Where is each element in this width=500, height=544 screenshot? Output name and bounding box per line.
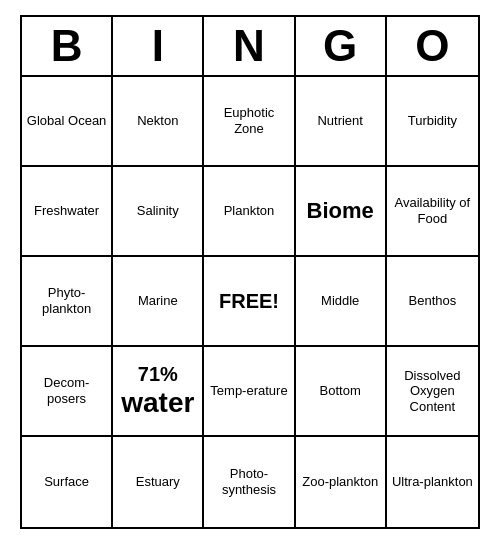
- bingo-cell-0: Global Ocean: [22, 77, 113, 167]
- bingo-cell-8: Biome: [296, 167, 387, 257]
- water-percent: 71%: [138, 362, 178, 386]
- bingo-cell-7: Plankton: [204, 167, 295, 257]
- water-word: water: [121, 386, 194, 420]
- bingo-cell-6: Salinity: [113, 167, 204, 257]
- bingo-cell-18: Bottom: [296, 347, 387, 437]
- header-letter-I: I: [113, 17, 204, 75]
- bingo-cell-11: Marine: [113, 257, 204, 347]
- bingo-cell-17: Temp-erature: [204, 347, 295, 437]
- bingo-cell-22: Photo-synthesis: [204, 437, 295, 527]
- bingo-cell-16: 71%water: [113, 347, 204, 437]
- bingo-cell-23: Zoo-plankton: [296, 437, 387, 527]
- bingo-cell-2: Euphotic Zone: [204, 77, 295, 167]
- bingo-cell-14: Benthos: [387, 257, 478, 347]
- bingo-cell-1: Nekton: [113, 77, 204, 167]
- header-letter-O: O: [387, 17, 478, 75]
- bingo-cell-4: Turbidity: [387, 77, 478, 167]
- bingo-header: BINGO: [22, 17, 478, 77]
- bingo-cell-9: Availability of Food: [387, 167, 478, 257]
- bingo-cell-10: Phyto-plankton: [22, 257, 113, 347]
- header-letter-N: N: [204, 17, 295, 75]
- bingo-cell-20: Surface: [22, 437, 113, 527]
- bingo-cell-15: Decom-posers: [22, 347, 113, 437]
- header-letter-G: G: [296, 17, 387, 75]
- bingo-cell-13: Middle: [296, 257, 387, 347]
- bingo-cell-12: FREE!: [204, 257, 295, 347]
- bingo-grid: Global OceanNektonEuphotic ZoneNutrientT…: [22, 77, 478, 527]
- bingo-cell-21: Estuary: [113, 437, 204, 527]
- bingo-cell-24: Ultra-plankton: [387, 437, 478, 527]
- bingo-cell-3: Nutrient: [296, 77, 387, 167]
- header-letter-B: B: [22, 17, 113, 75]
- bingo-cell-19: Dissolved Oxygen Content: [387, 347, 478, 437]
- bingo-card: BINGO Global OceanNektonEuphotic ZoneNut…: [20, 15, 480, 529]
- bingo-cell-5: Freshwater: [22, 167, 113, 257]
